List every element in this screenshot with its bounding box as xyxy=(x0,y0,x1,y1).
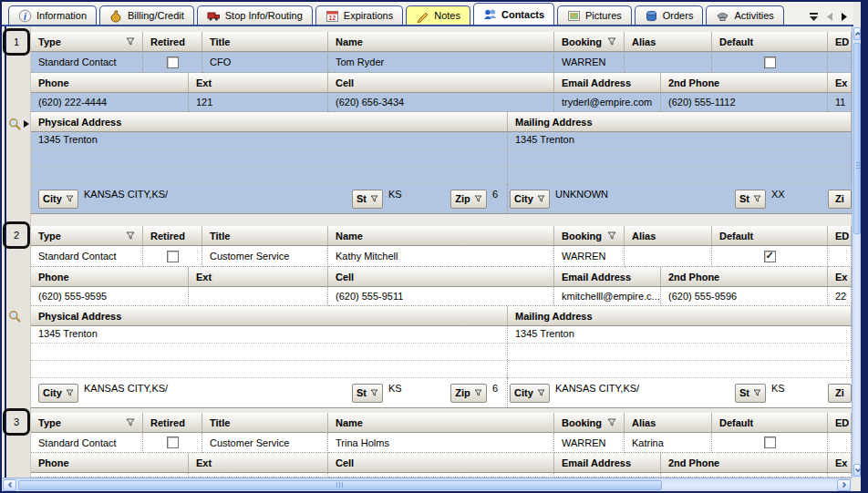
next-tab-icon[interactable] xyxy=(841,13,848,21)
cell-value[interactable]: (620) 555-9511 xyxy=(328,287,554,306)
email-value[interactable]: kmitchelll@empire.c... xyxy=(554,287,661,306)
st-filter-button[interactable]: St xyxy=(735,190,766,209)
st-filter-button[interactable]: St xyxy=(352,384,383,403)
scroll-down-button[interactable] xyxy=(853,464,861,477)
city-filter-button[interactable]: City xyxy=(38,384,78,403)
tab-activities[interactable]: Activities xyxy=(706,5,783,25)
col-default[interactable]: Default xyxy=(712,32,828,52)
scroll-up-button[interactable] xyxy=(853,27,861,40)
scroll-left-button[interactable] xyxy=(3,479,16,491)
magnifier-icon[interactable] xyxy=(8,118,22,131)
mail-city-value[interactable]: UNKNOWN xyxy=(550,189,735,209)
city-filter-button[interactable]: City xyxy=(510,190,550,209)
phys-zip-value[interactable]: 6 xyxy=(487,383,507,403)
col-email[interactable]: Email Address xyxy=(554,267,661,287)
contact-record-2[interactable]: Type Retired Title Name Booking Alias De… xyxy=(31,226,852,408)
default-checkbox[interactable] xyxy=(764,251,776,262)
vertical-scrollbar[interactable] xyxy=(852,26,861,478)
title-value[interactable]: Customer Service xyxy=(202,246,328,267)
contact-main-row[interactable]: Standard Contact Customer Service Trina … xyxy=(31,433,852,453)
magnifier-icon[interactable] xyxy=(8,310,22,324)
filter-icon[interactable] xyxy=(126,231,135,240)
name-value[interactable]: Trina Holms xyxy=(328,433,554,453)
filter-icon[interactable] xyxy=(607,231,616,240)
col-title[interactable]: Title xyxy=(202,413,328,433)
contact-phone-row[interactable]: (620) 555-9595 (620) 555-9511 kmitchelll… xyxy=(31,287,852,306)
col-ext[interactable]: Ext xyxy=(189,73,328,93)
name-value[interactable]: Kathy Mitchell xyxy=(328,246,554,267)
zip-filter-button[interactable]: Zip xyxy=(450,190,487,209)
physical-address-value[interactable]: 1345 Trenton xyxy=(31,326,507,344)
vertical-scroll-thumb[interactable] xyxy=(853,43,861,234)
title-value[interactable]: Customer Service xyxy=(202,433,328,453)
col-booking[interactable]: Booking xyxy=(554,413,625,433)
col-type[interactable]: Type xyxy=(31,32,143,52)
st-filter-button[interactable]: St xyxy=(352,190,383,209)
contact-phone-row[interactable]: (620) 222-4444 121 (620) 656-3434 tryder… xyxy=(31,93,852,112)
mailing-address-cell[interactable]: 1345 Trenton xyxy=(508,132,852,184)
ext-value[interactable] xyxy=(189,287,328,306)
type-value[interactable]: Standard Contact xyxy=(31,52,143,73)
filter-icon[interactable] xyxy=(126,418,135,426)
col-cell[interactable]: Cell xyxy=(328,453,554,473)
col-phone[interactable]: Phone xyxy=(31,73,189,93)
default-checkbox[interactable] xyxy=(764,56,776,68)
physical-address-value[interactable]: 1345 Trenton xyxy=(31,132,507,149)
col-ex[interactable]: Ex xyxy=(828,453,852,473)
phys-city-value[interactable]: KANSAS CITY,KS/ xyxy=(78,383,352,403)
tab-information[interactable]: i Information xyxy=(8,5,97,25)
col-physical-address[interactable]: Physical Address xyxy=(31,112,508,132)
scroll-right-button[interactable] xyxy=(837,479,851,491)
alias-value[interactable] xyxy=(625,52,712,73)
city-filter-button[interactable]: City xyxy=(510,384,550,403)
zip-filter-button-clipped[interactable]: Zi xyxy=(828,190,852,209)
more-tabs-icon[interactable] xyxy=(809,13,819,21)
title-value[interactable]: CFO xyxy=(202,52,328,73)
col-ed[interactable]: ED xyxy=(828,413,852,433)
cell-value[interactable]: (620) 656-3434 xyxy=(328,93,554,112)
col-2nd-phone[interactable]: 2nd Phone xyxy=(661,73,828,93)
col-physical-address[interactable]: Physical Address xyxy=(31,306,508,326)
booking-value[interactable]: WARREN xyxy=(554,433,625,453)
retired-checkbox[interactable] xyxy=(167,437,179,448)
retired-checkbox[interactable] xyxy=(167,251,179,262)
ext2-value[interactable]: 11 xyxy=(828,93,852,112)
col-default[interactable]: Default xyxy=(712,413,828,433)
col-ex[interactable]: Ex xyxy=(828,73,852,93)
contact-main-row[interactable]: Standard Contact Customer Service Kathy … xyxy=(31,246,852,267)
col-title[interactable]: Title xyxy=(202,226,328,246)
phone-value[interactable]: (620) 222-4444 xyxy=(31,93,189,112)
col-cell[interactable]: Cell xyxy=(328,267,554,287)
contact-record-1[interactable]: Type Retired Title Name Booking Alias De… xyxy=(31,32,852,214)
st-filter-button[interactable]: St xyxy=(735,384,766,403)
col-email[interactable]: Email Address xyxy=(554,453,661,473)
tab-contacts[interactable]: Contacts xyxy=(473,3,554,25)
mailing-address-value[interactable]: 1345 Trenton xyxy=(508,132,851,149)
zip-filter-button-clipped[interactable]: Zi xyxy=(828,384,852,403)
col-name[interactable]: Name xyxy=(328,32,554,52)
col-alias[interactable]: Alias xyxy=(625,413,712,433)
booking-value[interactable]: WARREN xyxy=(554,52,625,73)
tab-billing-credit[interactable]: Billing/Credit xyxy=(99,5,194,25)
phys-st-value[interactable]: KS xyxy=(383,383,450,403)
mail-city-value[interactable]: KANSAS CITY,KS/ xyxy=(550,383,735,403)
alias-value[interactable]: Katrina xyxy=(625,433,712,453)
col-mailing-address[interactable]: Mailing Address xyxy=(508,112,852,132)
contact-record-3[interactable]: Type Retired Title Name Booking Alias De… xyxy=(31,413,852,478)
phone2-value[interactable]: (620) 555-9596 xyxy=(661,287,828,306)
contact-main-row[interactable]: Standard Contact CFO Tom Ryder WARREN xyxy=(31,52,852,73)
col-retired[interactable]: Retired xyxy=(143,226,202,246)
physical-address-cell[interactable]: 1345 Trenton xyxy=(31,326,508,378)
city-filter-button[interactable]: City xyxy=(38,190,78,209)
tab-pictures[interactable]: Pictures xyxy=(557,5,632,25)
col-ed[interactable]: ED xyxy=(828,226,852,246)
col-default[interactable]: Default xyxy=(712,226,828,246)
phone-value[interactable]: (620) 555-9595 xyxy=(31,287,189,306)
type-value[interactable]: Standard Contact xyxy=(31,433,143,453)
col-ed[interactable]: ED xyxy=(828,32,852,52)
col-ext[interactable]: Ext xyxy=(189,453,328,473)
phys-zip-value[interactable]: 6 xyxy=(487,189,507,209)
col-alias[interactable]: Alias xyxy=(625,226,712,246)
col-2nd-phone[interactable]: 2nd Phone xyxy=(661,267,828,287)
ed-value[interactable] xyxy=(828,52,852,73)
